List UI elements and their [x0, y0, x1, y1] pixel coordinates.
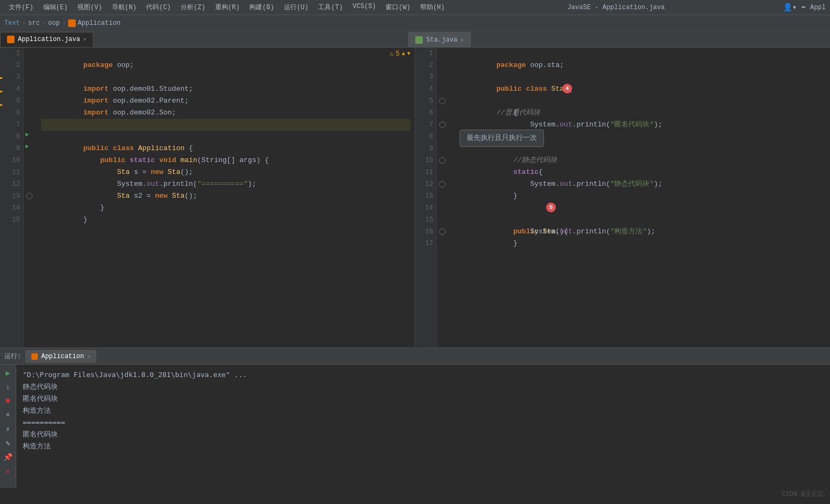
ln-4: 4 [5, 83, 20, 95]
run-panel-body: ▶ ↓ ■ ≡ ⚡ ✎ 📌 ✕ "D:\Program Files\Java\j… [0, 365, 830, 488]
right-code-content[interactable]: package oop.sta; public class Sta { //普通… [450, 48, 830, 347]
editor-area: 1 2 3 4 5 6 7 8 9 10 11 12 13 14 15 ▶ ▶ [0, 48, 830, 347]
run-rerun-button[interactable]: ≡ [2, 409, 14, 421]
badge-4: 4 [562, 84, 572, 93]
menu-file[interactable]: 文件(F) [4, 1, 38, 14]
code-line-11: System.out.println("=========="); [41, 166, 410, 178]
breadcrumb-bar: Text › src › oop › Application [0, 15, 830, 31]
run-label: 运行: [4, 352, 21, 361]
rcode-line-16: } [454, 226, 826, 238]
warning-badge[interactable]: ⚠ 5 ▲ ▼ [390, 50, 410, 58]
ln-14: 14 [5, 202, 20, 214]
warning-up[interactable]: ▲ [402, 51, 405, 57]
tab-application-close[interactable]: ✕ [83, 36, 87, 43]
menu-vcs[interactable]: VCS(S) [348, 1, 380, 14]
ln-6: 6 [5, 107, 20, 119]
ln-8: 8 [5, 131, 20, 143]
run-output[interactable]: "D:\Program Files\Java\jdk1.8.0_281\bin\… [16, 365, 830, 488]
run-pin-button[interactable]: 📌 [2, 451, 14, 463]
rln-2: 2 [419, 59, 433, 71]
run-marker-8[interactable]: ▶ [25, 131, 29, 138]
warning-count: 5 [396, 50, 400, 58]
badge-5: 5 [546, 203, 556, 212]
code-line-6: import oop.sta.Sta; [41, 107, 410, 119]
application-tab-icon [7, 36, 15, 43]
breadcrumb-oop[interactable]: oop [48, 19, 60, 27]
run-output-1: 静态代码块 [23, 381, 824, 393]
right-line-numbers: 1 2 3 4 5 6 7 8 9 10 11 12 13 14 15 16 1… [415, 48, 437, 347]
menu-help[interactable]: 帮助(H) [416, 1, 449, 14]
menu-window[interactable]: 窗口(W) [381, 1, 415, 14]
code-line-15 [41, 214, 410, 226]
menu-edit[interactable]: 编辑(E) [39, 1, 72, 14]
run-clear-button[interactable]: ✕ [2, 465, 14, 477]
rcode-line-12: } [454, 178, 826, 190]
gutter-circle-10[interactable] [439, 157, 446, 164]
gutter-circle-7[interactable] [439, 122, 446, 128]
rln-10: 10 [419, 154, 433, 166]
run-play-button[interactable]: ▶ [2, 367, 14, 379]
breadcrumb-src[interactable]: src [28, 19, 40, 27]
user-icon[interactable]: 👤▾ [783, 3, 796, 12]
rln-17: 17 [419, 238, 433, 250]
rcode-line-4: //普通代码块 2 4 [454, 83, 826, 95]
rln-12: 12 [419, 178, 433, 190]
ln-3: 3 [5, 71, 20, 83]
gutter-circle-16[interactable] [439, 229, 446, 235]
run-marker-9[interactable]: ▶ [25, 143, 29, 150]
ln-7: 7 [5, 119, 20, 131]
rln-15: 15 [419, 214, 433, 226]
left-code-content[interactable]: package oop; import oop.demo01.Student; … [37, 48, 415, 347]
ln-12: 12 [5, 178, 20, 190]
ln-11: 11 [5, 166, 20, 178]
menu-nav[interactable]: 导航(N) [108, 1, 141, 14]
tab-sta-close[interactable]: ✕ [461, 37, 464, 43]
fold-13[interactable] [26, 193, 32, 199]
rcode-line-8: 1 最先执行且只执行一次 [454, 131, 826, 143]
run-output-6: 构造方法 [23, 440, 824, 452]
gutter-circle-12[interactable] [439, 181, 446, 187]
menu-analyze[interactable]: 分析(Z) [176, 1, 210, 14]
rln-1: 1 [419, 48, 433, 59]
tab-sta-java[interactable]: Sta.java ✕ [408, 32, 471, 47]
run-output-2: 匿名代码块 [23, 393, 824, 405]
warning-down[interactable]: ▼ [407, 51, 410, 57]
rln-8: 8 [419, 131, 433, 143]
run-edit-button[interactable]: ✎ [2, 437, 14, 449]
menu-code[interactable]: 代码(C) [142, 1, 175, 14]
run-panel-header: 运行: Application ✕ [0, 348, 830, 365]
run-output-3: 构造方法 [23, 405, 824, 416]
left-line-numbers: 1 2 3 4 5 6 7 8 9 10 11 12 13 14 15 [2, 48, 24, 347]
ln-5: 5 [5, 95, 20, 107]
gutter-circle-5[interactable] [439, 98, 446, 104]
code-line-5: import oop.demo02.Son; [41, 95, 410, 107]
ln-1: 1 [5, 48, 20, 59]
menu-view[interactable]: 视图(V) [73, 1, 107, 14]
run-tab-application[interactable]: Application ✕ [25, 350, 96, 363]
run-lightning-button[interactable]: ⚡ [2, 423, 14, 435]
rln-7: 7 [419, 119, 433, 131]
sep2: › [42, 19, 46, 27]
menu-run[interactable]: 运行(U) [280, 1, 313, 14]
ln-13: 13 [5, 190, 20, 202]
back-icon[interactable]: ⬅ [801, 3, 806, 12]
code-line-9: public static void main(String[] args) { [41, 143, 410, 154]
run-stop-button[interactable]: ■ [2, 395, 14, 407]
left-code-pane: 1 2 3 4 5 6 7 8 9 10 11 12 13 14 15 ▶ ▶ [0, 48, 415, 347]
ln-9: 9 [5, 143, 20, 154]
menu-refactor[interactable]: 重构(R) [211, 1, 244, 14]
breadcrumb-application[interactable]: Application [78, 19, 121, 27]
run-tab-close[interactable]: ✕ [87, 353, 90, 360]
breadcrumb-text[interactable]: Text [4, 19, 20, 27]
menu-build[interactable]: 构建(B) [245, 1, 278, 14]
sep1: › [22, 19, 26, 27]
run-panel: 运行: Application ✕ ▶ ↓ ■ ≡ ⚡ ✎ 📌 ✕ "D:\Pr… [0, 347, 830, 488]
rcode-line-13 [454, 190, 826, 202]
watermark: CSDN @王亿亿 [782, 489, 825, 499]
menu-tools[interactable]: 工具(T) [314, 1, 347, 14]
run-output-cmd: "D:\Program Files\Java\jdk1.8.0_281\bin\… [23, 369, 824, 381]
rcode-line-10: static{ [454, 154, 826, 166]
tab-application-java[interactable]: Application.java ✕ [0, 32, 94, 47]
right-code-pane: 1 2 3 4 5 6 7 8 9 10 11 12 13 14 15 16 1… [415, 48, 830, 347]
run-scroll-down-button[interactable]: ↓ [2, 381, 14, 393]
